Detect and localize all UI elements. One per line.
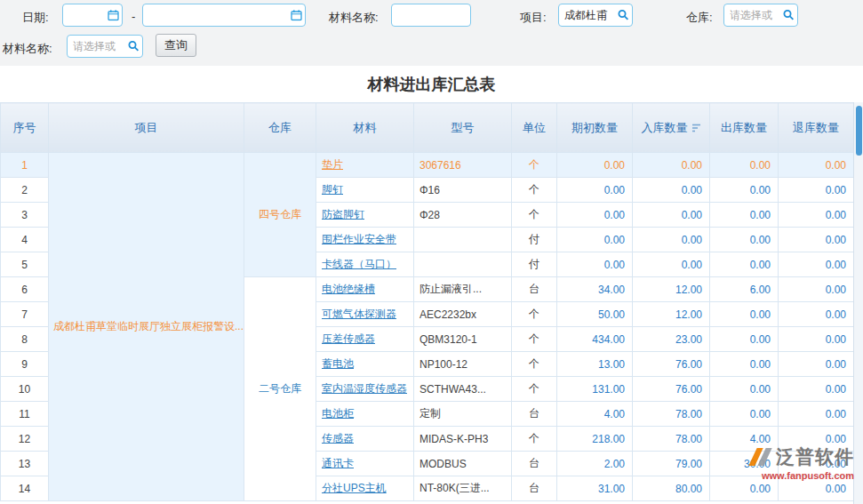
material-link[interactable]: 电池绝缘槽	[322, 283, 375, 295]
search-icon[interactable]	[127, 40, 140, 53]
search-icon[interactable]	[782, 9, 795, 22]
material-link[interactable]: 脚钉	[322, 183, 343, 196]
table-body: 1成都杜甫草堂临时展厅独立展柜报警设...四号仓库垫片3067616个0.000…	[1, 153, 854, 501]
sort-icon[interactable]	[691, 122, 701, 135]
filter-bar: 日期: - 材料名称: 项目: 仓库:	[0, 0, 863, 66]
model-cell: NP100-12	[414, 352, 512, 377]
material-link[interactable]: 蓄电池	[322, 357, 354, 370]
material-link[interactable]: 可燃气体探测器	[322, 308, 396, 320]
table-row: 1成都杜甫草堂临时展厅独立展柜报警设...四号仓库垫片3067616个0.000…	[1, 153, 854, 178]
unit-cell: 个	[512, 153, 557, 178]
warehouse-cell: 二号仓库	[244, 277, 316, 501]
header-opening-qty[interactable]: 期初数量	[557, 103, 633, 153]
opening-qty-cell: 13.00	[557, 352, 633, 377]
inbound-qty-cell: 12.00	[633, 277, 710, 302]
header-unit[interactable]: 单位	[512, 103, 557, 153]
material-cell: 围栏作业安全带	[316, 228, 414, 252]
date-label: 日期:	[22, 10, 49, 26]
returned-qty-cell: 0.00	[779, 352, 854, 377]
row-seq: 14	[1, 476, 49, 501]
material-cell: 传感器	[316, 427, 414, 452]
vertical-scrollbar[interactable]	[853, 102, 863, 504]
date-end-input[interactable]	[142, 4, 306, 27]
header-seq[interactable]: 序号	[1, 103, 49, 153]
warehouse-label: 仓库:	[686, 10, 713, 26]
inbound-qty-cell: 0.00	[633, 228, 710, 252]
header-outbound-qty[interactable]: 出库数量	[710, 103, 779, 153]
outbound-qty-cell: 0.00	[710, 402, 779, 427]
opening-qty-cell: 0.00	[557, 203, 633, 228]
date-separator: -	[132, 10, 135, 23]
material-name-second-wrap	[67, 35, 143, 58]
returned-qty-cell: 0.00	[779, 203, 854, 228]
inbound-qty-cell: 0.00	[633, 153, 710, 178]
warehouse-select-wrap	[723, 4, 798, 27]
summary-table: 序号 项目 仓库 材料 型号 单位 期初数量 入库数量 出库数量 退库数量 1成…	[0, 102, 854, 501]
opening-qty-cell: 2.00	[557, 452, 633, 476]
inbound-qty-cell: 0.00	[633, 203, 710, 228]
returned-qty-cell: 0.00	[779, 252, 854, 277]
opening-qty-cell: 0.00	[557, 178, 633, 203]
row-seq: 1	[1, 153, 49, 178]
row-seq: 12	[1, 427, 49, 452]
row-seq: 3	[1, 203, 49, 228]
opening-qty-cell: 50.00	[557, 302, 633, 327]
outbound-qty-cell: 0.00	[710, 476, 779, 501]
outbound-qty-cell: 4.00	[710, 427, 779, 452]
material-link[interactable]: 垫片	[322, 158, 343, 171]
inbound-qty-cell: 0.00	[633, 178, 710, 203]
unit-cell: 台	[512, 277, 557, 302]
model-cell	[414, 252, 512, 277]
material-link[interactable]: 分社UPS主机	[322, 482, 387, 494]
material-cell: 压差传感器	[316, 327, 414, 352]
row-seq: 4	[1, 228, 49, 252]
material-link[interactable]: 防盗脚钉	[322, 208, 364, 220]
outbound-qty-cell: 0.00	[710, 252, 779, 277]
unit-cell: 个	[512, 327, 557, 352]
inbound-qty-cell: 0.00	[633, 252, 710, 277]
outbound-qty-cell: 0.00	[710, 228, 779, 252]
model-cell: MODBUS	[414, 452, 512, 476]
material-link[interactable]: 室内温湿度传感器	[322, 382, 407, 395]
model-cell: Φ16	[414, 178, 512, 203]
header-model[interactable]: 型号	[414, 103, 512, 153]
material-link[interactable]: 通讯卡	[322, 457, 354, 469]
model-cell: NT-80K(三进...	[414, 476, 512, 501]
returned-qty-cell: 0.00	[779, 302, 854, 327]
opening-qty-cell: 0.00	[557, 228, 633, 252]
unit-cell: 个	[512, 302, 557, 327]
header-project[interactable]: 项目	[49, 103, 244, 153]
material-cell: 防盗脚钉	[316, 203, 414, 228]
unit-cell: 个	[512, 203, 557, 228]
outbound-qty-cell: 30.00	[710, 452, 779, 476]
header-material[interactable]: 材料	[316, 103, 414, 153]
row-seq: 6	[1, 277, 49, 302]
material-cell: 室内温湿度传感器	[316, 377, 414, 402]
calendar-icon[interactable]	[107, 9, 120, 22]
returned-qty-cell: 0.00	[779, 178, 854, 203]
header-returned-qty[interactable]: 退库数量	[779, 103, 854, 153]
outbound-qty-cell: 0.00	[710, 302, 779, 327]
material-name-input[interactable]	[391, 4, 471, 27]
model-cell: 防止漏液引...	[414, 277, 512, 302]
date-end-wrap	[142, 4, 306, 27]
material-link[interactable]: 传感器	[322, 432, 354, 444]
calendar-icon[interactable]	[290, 9, 303, 22]
header-inbound-qty[interactable]: 入库数量	[633, 103, 710, 153]
returned-qty-cell: 0.00	[779, 427, 854, 452]
returned-qty-cell: 0.00	[779, 402, 854, 427]
table-header-row: 序号 项目 仓库 材料 型号 单位 期初数量 入库数量 出库数量 退库数量	[1, 103, 854, 153]
header-warehouse[interactable]: 仓库	[244, 103, 316, 153]
outbound-qty-cell: 0.00	[710, 327, 779, 352]
returned-qty-cell: 0.00	[779, 327, 854, 352]
row-seq: 7	[1, 302, 49, 327]
material-link[interactable]: 围栏作业安全带	[322, 233, 396, 245]
material-link[interactable]: 卡线器（马口）	[322, 258, 396, 270]
unit-cell: 台	[512, 402, 557, 427]
scrollbar-thumb[interactable]	[856, 106, 862, 156]
material-link[interactable]: 电池柜	[322, 407, 354, 420]
query-button[interactable]: 查询	[156, 34, 196, 57]
model-cell: 定制	[414, 402, 512, 427]
material-link[interactable]: 压差传感器	[322, 332, 375, 345]
search-icon[interactable]	[617, 9, 630, 22]
